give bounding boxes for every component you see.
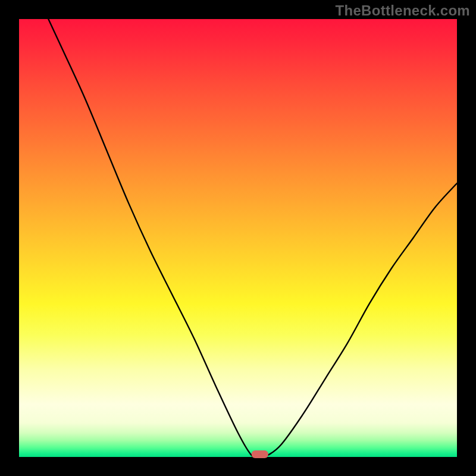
bottleneck-chart [0, 0, 476, 476]
gradient-background [19, 19, 457, 457]
chart-frame: TheBottleneck.com [0, 0, 476, 476]
optimal-marker [252, 450, 268, 458]
